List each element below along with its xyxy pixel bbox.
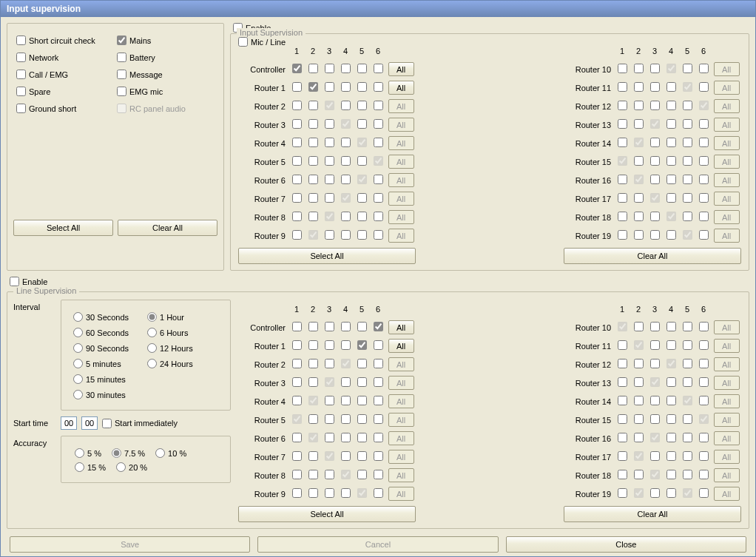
- router-checkbox[interactable]: [341, 156, 351, 166]
- router-checkbox[interactable]: [618, 470, 627, 479]
- router-all-button[interactable]: All: [388, 81, 414, 95]
- router-checkbox[interactable]: [308, 175, 318, 184]
- chk-enable-line-sup[interactable]: Enable: [10, 277, 749, 286]
- router-checkbox[interactable]: [618, 119, 627, 129]
- router-checkbox[interactable]: [374, 359, 383, 368]
- router-checkbox[interactable]: [650, 340, 660, 350]
- router-checkbox[interactable]: [292, 488, 302, 498]
- chk-mic-line-input[interactable]: Mic / Line: [238, 37, 286, 47]
- router-checkbox[interactable]: [618, 138, 627, 147]
- router-checkbox[interactable]: [292, 212, 302, 221]
- router-checkbox[interactable]: [325, 230, 334, 240]
- router-checkbox[interactable]: [699, 451, 709, 461]
- router-checkbox[interactable]: [666, 488, 676, 498]
- router-checkbox[interactable]: [650, 359, 660, 368]
- router-checkbox[interactable]: [666, 396, 676, 405]
- router-checkbox[interactable]: [325, 156, 334, 166]
- router-checkbox[interactable]: [650, 230, 660, 240]
- router-checkbox[interactable]: [357, 470, 367, 479]
- router-checkbox[interactable]: [699, 433, 709, 442]
- router-checkbox[interactable]: [634, 101, 644, 110]
- router-checkbox[interactable]: [699, 488, 709, 498]
- router-checkbox[interactable]: [699, 156, 709, 166]
- router-checkbox[interactable]: [683, 101, 692, 110]
- router-checkbox[interactable]: [325, 193, 334, 203]
- router-checkbox[interactable]: [699, 230, 709, 240]
- interval-option[interactable]: 1 Hour: [147, 312, 218, 322]
- router-checkbox[interactable]: [699, 470, 709, 479]
- router-checkbox[interactable]: [341, 377, 351, 387]
- router-checkbox[interactable]: [308, 119, 318, 129]
- router-checkbox[interactable]: [374, 340, 383, 350]
- router-checkbox[interactable]: [325, 82, 334, 92]
- router-checkbox[interactable]: [683, 470, 692, 479]
- interval-option[interactable]: 5 minutes: [73, 359, 144, 368]
- router-checkbox[interactable]: [292, 175, 302, 184]
- router-checkbox[interactable]: [374, 138, 383, 147]
- router-checkbox[interactable]: [699, 359, 709, 368]
- router-checkbox[interactable]: [699, 175, 709, 184]
- router-checkbox[interactable]: [308, 470, 318, 479]
- router-checkbox[interactable]: [374, 230, 383, 240]
- router-checkbox[interactable]: [357, 230, 367, 240]
- router-checkbox[interactable]: [683, 359, 692, 368]
- router-checkbox[interactable]: [357, 322, 367, 331]
- grid-clear-all[interactable]: Clear All: [564, 248, 741, 264]
- router-checkbox[interactable]: [292, 119, 302, 129]
- router-checkbox[interactable]: [308, 488, 318, 498]
- router-checkbox[interactable]: [357, 340, 367, 350]
- router-checkbox[interactable]: [374, 396, 383, 405]
- router-checkbox[interactable]: [325, 396, 334, 405]
- router-checkbox[interactable]: [357, 433, 367, 442]
- router-checkbox[interactable]: [325, 64, 334, 73]
- router-checkbox[interactable]: [666, 451, 676, 461]
- router-checkbox[interactable]: [308, 414, 318, 424]
- router-checkbox[interactable]: [341, 138, 351, 147]
- router-checkbox[interactable]: [683, 451, 692, 461]
- router-checkbox[interactable]: [650, 82, 660, 92]
- router-checkbox[interactable]: [292, 377, 302, 387]
- router-checkbox[interactable]: [292, 230, 302, 240]
- router-checkbox[interactable]: [683, 212, 692, 221]
- router-checkbox[interactable]: [325, 414, 334, 424]
- router-checkbox[interactable]: [341, 396, 351, 405]
- router-checkbox[interactable]: [699, 64, 709, 73]
- router-checkbox[interactable]: [666, 193, 676, 203]
- router-checkbox[interactable]: [325, 138, 334, 147]
- router-checkbox[interactable]: [683, 340, 692, 350]
- router-checkbox[interactable]: [683, 377, 692, 387]
- router-checkbox[interactable]: [634, 119, 644, 129]
- accuracy-option[interactable]: 15 %: [75, 462, 106, 472]
- interval-option[interactable]: 12 Hours: [147, 343, 218, 353]
- router-checkbox[interactable]: [325, 340, 334, 350]
- router-checkbox[interactable]: [618, 193, 627, 203]
- router-checkbox[interactable]: [292, 322, 302, 331]
- router-all-button[interactable]: All: [388, 320, 414, 334]
- router-checkbox[interactable]: [699, 138, 709, 147]
- router-checkbox[interactable]: [341, 433, 351, 442]
- router-checkbox[interactable]: [292, 433, 302, 442]
- router-checkbox[interactable]: [650, 175, 660, 184]
- router-checkbox[interactable]: [374, 119, 383, 129]
- interval-option[interactable]: 60 Seconds: [73, 328, 144, 337]
- router-checkbox[interactable]: [634, 359, 644, 368]
- router-checkbox[interactable]: [374, 82, 383, 92]
- router-checkbox[interactable]: [650, 138, 660, 147]
- router-checkbox[interactable]: [341, 414, 351, 424]
- interval-option[interactable]: 15 minutes: [73, 374, 144, 384]
- router-checkbox[interactable]: [308, 377, 318, 387]
- router-checkbox[interactable]: [618, 175, 627, 184]
- router-checkbox[interactable]: [374, 377, 383, 387]
- router-checkbox[interactable]: [618, 101, 627, 110]
- router-checkbox[interactable]: [292, 359, 302, 368]
- router-checkbox[interactable]: [699, 82, 709, 92]
- close-button[interactable]: Close: [506, 536, 746, 553]
- router-checkbox[interactable]: [618, 230, 627, 240]
- router-checkbox[interactable]: [634, 396, 644, 405]
- router-checkbox[interactable]: [650, 488, 660, 498]
- router-checkbox[interactable]: [699, 212, 709, 221]
- interval-option[interactable]: 90 Seconds: [73, 343, 144, 353]
- router-checkbox[interactable]: [357, 377, 367, 387]
- chk-spare[interactable]: Spare: [16, 87, 114, 96]
- chk-call-emg[interactable]: Call / EMG: [16, 70, 114, 79]
